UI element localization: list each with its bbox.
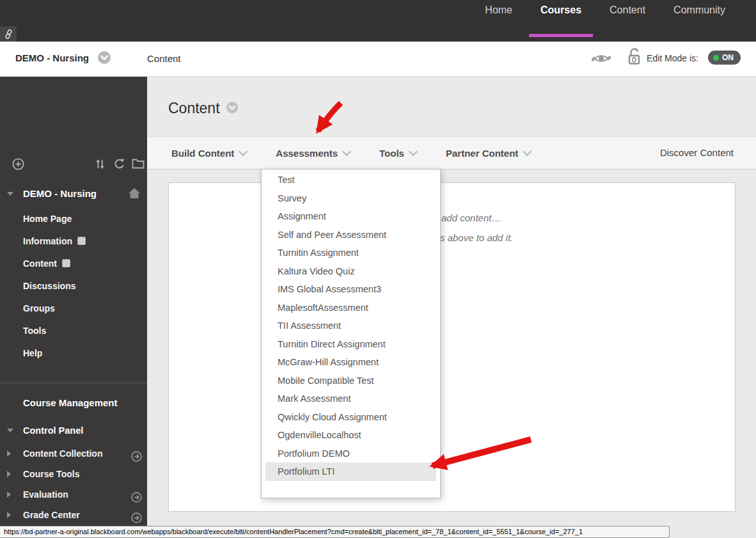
sidebar-item-content[interactable]: Content [0, 253, 147, 275]
caret-icon [7, 512, 11, 518]
sidebar-divider [0, 383, 147, 383]
menu-item-mark-assessment[interactable]: Mark Assessment [265, 390, 436, 408]
page-title-menu-button[interactable] [226, 101, 239, 116]
nav-tab-courses[interactable]: Courses [540, 0, 581, 37]
assessments-button[interactable]: Assessments [276, 148, 350, 159]
partner-content-button[interactable]: Partner Content [446, 148, 530, 159]
course-home-button[interactable] [128, 187, 141, 202]
button-label: Build Content [171, 148, 234, 159]
unlock-button[interactable] [626, 47, 642, 70]
sidebar-course-row: DEMO - Nursing [0, 187, 147, 202]
caret-icon [7, 450, 11, 457]
menu-item-test[interactable]: Test [265, 171, 436, 189]
menu-item-portfolium-demo[interactable]: Portfolium DEMO [265, 445, 436, 463]
sidebar-item-information[interactable]: Information [0, 230, 147, 253]
control-item-content-collection[interactable]: Content Collection [0, 443, 147, 464]
reorder-button[interactable] [94, 158, 106, 173]
add-menu-item-button[interactable] [12, 158, 24, 173]
quick-links-icon [4, 29, 13, 39]
page-title: Content [168, 100, 220, 117]
menu-item-tii-assessment[interactable]: TII Assessment [265, 317, 436, 335]
control-item-label: Content Collection [23, 448, 102, 459]
menu-item-survey[interactable]: Survey [265, 189, 436, 208]
chevron-down-icon [342, 146, 351, 155]
menu-item-maplesoftassessment[interactable]: MaplesoftAssessment [265, 299, 436, 317]
refresh-button[interactable] [113, 158, 125, 173]
chevron-circle-icon [226, 101, 239, 114]
menu-item-ogdenvillelocalhost[interactable]: OgdenvilleLocalhost [265, 426, 436, 445]
sidebar-item-label: Content [23, 258, 57, 269]
menu-item-ims-global-assessment3[interactable]: IMS Global Assessment3 [265, 280, 436, 299]
breadcrumb[interactable]: Content [147, 53, 181, 64]
chevron-down-icon [409, 146, 418, 155]
caret-icon[interactable] [7, 429, 13, 432]
menu-item-mobile-compatible-test[interactable]: Mobile Compatible Test [265, 372, 436, 390]
home-icon [128, 187, 141, 199]
nav-tab-home[interactable]: Home [485, 0, 512, 37]
sidebar-item-help[interactable]: Help [0, 342, 147, 365]
folder-icon [132, 158, 145, 169]
discover-content-button[interactable]: Discover Content [660, 147, 734, 158]
sidebar-item-label: Tools [23, 326, 46, 336]
menu-item-turnitin-direct-assignment[interactable]: Turnitin Direct Assignment [265, 335, 436, 354]
chevron-down-icon [523, 146, 532, 155]
control-panel-label[interactable]: Control Panel [23, 425, 83, 436]
sidebar-item-discussions[interactable]: Discussions [0, 275, 147, 297]
empty-content-text-line2: s above to add it. [440, 232, 513, 243]
sort-arrows-icon [94, 158, 106, 170]
student-preview-button[interactable] [590, 50, 613, 70]
add-circle-icon [12, 158, 24, 170]
course-menu-button[interactable] [97, 51, 111, 67]
sidebar-item-groups[interactable]: Groups [0, 297, 147, 320]
top-nav: Home Courses Content Community [485, 0, 725, 42]
control-item-label: Evaluation [23, 489, 68, 500]
menu-item-portfolium-lti[interactable]: Portfolium LTI [265, 463, 436, 481]
nav-tab-community[interactable]: Community [673, 0, 725, 37]
sidebar-item-home-page[interactable]: Home Page [0, 208, 147, 230]
folder-view-button[interactable] [132, 158, 145, 171]
sidebar-item-tools[interactable]: Tools [0, 320, 147, 342]
edit-mode-state: ON [722, 53, 734, 62]
control-item-course-tools[interactable]: Course Tools [0, 464, 147, 484]
tools-button[interactable]: Tools [379, 148, 416, 159]
course-management-header: Course Management [23, 397, 118, 408]
course-title: DEMO - Nursing [15, 52, 89, 63]
menu-item-kaltura-video-quiz[interactable]: Kaltura Video Quiz [265, 262, 436, 281]
nav-tab-content[interactable]: Content [610, 0, 645, 37]
quick-links-button[interactable] [0, 26, 17, 42]
button-label: Assessments [276, 148, 338, 159]
sidebar-course-name[interactable]: DEMO - Nursing [23, 188, 97, 199]
control-item-label: Course Tools [23, 469, 79, 479]
caret-icon[interactable] [7, 192, 13, 196]
control-item-label: Grade Center [23, 510, 80, 520]
top-navigation-bar: Home Courses Content Community [0, 0, 756, 42]
sidebar-item-label: Discussions [23, 281, 75, 291]
menu-item-turnitin-assignment[interactable]: Turnitin Assignment [265, 244, 436, 262]
menu-item-self-and-peer-assessment[interactable]: Self and Peer Assessment [265, 226, 436, 244]
blackboard-page: Home Courses Content Community DEMO - Nu… [0, 0, 756, 538]
unlock-icon [626, 47, 642, 68]
build-content-button[interactable]: Build Content [171, 148, 246, 159]
menu-item-mcgraw-hill-assignment[interactable]: McGraw-Hill Assignment [265, 353, 436, 372]
control-item-evaluation[interactable]: Evaluation [0, 484, 147, 505]
sidebar-item-label: Home Page [23, 214, 72, 224]
sidebar-item-label: Information [23, 236, 72, 246]
assessments-dropdown-menu: Test Survey Assignment Self and Peer Ass… [261, 169, 441, 498]
course-header-bar: DEMO - Nursing Content Edit M [0, 42, 756, 77]
menu-item-assignment[interactable]: Assignment [265, 207, 436, 226]
button-label: Tools [379, 148, 404, 159]
status-bar-url: https://bd-partner-a-original.blackboard… [0, 526, 670, 538]
chevron-down-icon [239, 146, 248, 155]
toggle-green-dot-icon [713, 55, 719, 61]
control-item-grade-center[interactable]: Grade Center [0, 505, 147, 525]
menu-item-qwickly-cloud-assignment[interactable]: Qwickly Cloud Assignment [265, 408, 436, 427]
content-action-bar: Build Content Assessments Tools Partner … [147, 136, 756, 170]
empty-content-text-line1: add content… [441, 212, 501, 223]
dashed-square-icon [77, 237, 86, 245]
sidebar-item-label: Help [23, 348, 42, 358]
refresh-icon [113, 158, 125, 170]
dashed-square-icon [62, 259, 70, 267]
caret-icon [7, 491, 11, 498]
red-arrow-assessments [318, 103, 341, 131]
edit-mode-toggle[interactable]: ON [708, 51, 741, 65]
